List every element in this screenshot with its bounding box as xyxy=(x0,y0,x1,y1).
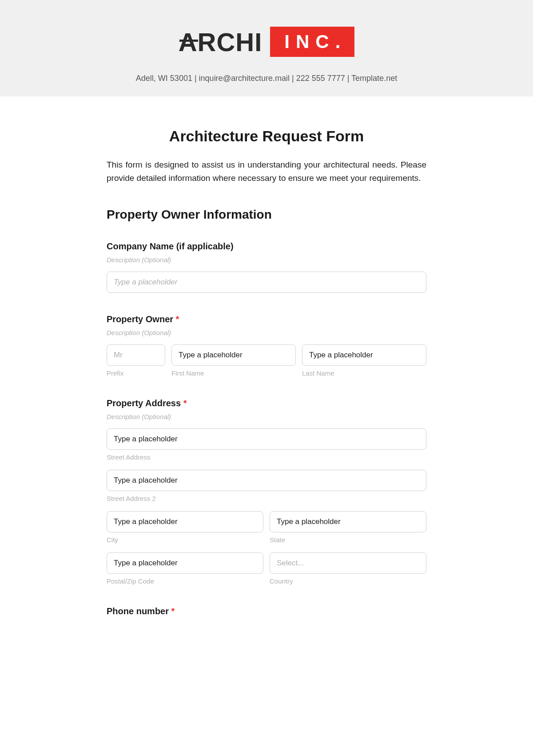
required-mark: * xyxy=(183,398,187,408)
owner-first-input[interactable] xyxy=(171,344,296,366)
street-input[interactable] xyxy=(107,428,426,450)
owner-prefix-sub: Prefix xyxy=(107,369,165,377)
state-sub: State xyxy=(270,536,426,544)
logo-text-archi: ARCHI xyxy=(179,27,263,57)
address-description: Description (Optional) xyxy=(107,413,426,420)
logo: ARCHI INC. xyxy=(179,27,355,57)
street2-input[interactable] xyxy=(107,470,426,491)
city-sub: City xyxy=(107,536,263,544)
owner-description: Description (Optional) xyxy=(107,329,426,336)
required-mark: * xyxy=(176,314,179,324)
page-title: Architecture Request Form xyxy=(107,128,426,145)
field-phone: Phone number * xyxy=(107,606,426,616)
street-sub: Street Address xyxy=(107,453,426,461)
phone-label-text: Phone number xyxy=(107,606,171,616)
phone-label: Phone number * xyxy=(107,606,426,616)
postal-input[interactable] xyxy=(107,552,263,574)
header-section: ARCHI INC. Adell, WI 53001 | inquire@arc… xyxy=(0,0,533,96)
owner-label: Property Owner * xyxy=(107,314,426,324)
field-owner: Property Owner * Description (Optional) … xyxy=(107,314,426,377)
state-input[interactable] xyxy=(270,511,426,532)
street2-sub: Street Address 2 xyxy=(107,495,426,502)
country-sub: Country xyxy=(270,577,426,585)
field-address: Property Address * Description (Optional… xyxy=(107,398,426,585)
company-label: Company Name (if applicable) xyxy=(107,241,426,252)
company-input[interactable] xyxy=(107,272,426,293)
address-label-text: Property Address xyxy=(107,398,183,408)
field-company: Company Name (if applicable) Description… xyxy=(107,241,426,293)
country-select[interactable] xyxy=(270,552,426,574)
owner-last-sub: Last Name xyxy=(302,369,426,377)
section-owner-title: Property Owner Information xyxy=(107,208,426,222)
company-description: Description (Optional) xyxy=(107,256,426,264)
postal-sub: Postal/Zip Code xyxy=(107,577,263,585)
owner-label-text: Property Owner xyxy=(107,314,176,324)
form-content: Architecture Request Form This form is d… xyxy=(62,96,471,656)
form-intro: This form is designed to assist us in un… xyxy=(107,158,426,185)
owner-first-sub: First Name xyxy=(171,369,296,377)
logo-text-inc: INC. xyxy=(270,27,354,57)
address-label: Property Address * xyxy=(107,398,426,408)
city-input[interactable] xyxy=(107,511,263,532)
owner-prefix-input[interactable] xyxy=(107,344,165,366)
header-contact: Adell, WI 53001 | inquire@architecture.m… xyxy=(9,74,524,83)
required-mark: * xyxy=(171,606,175,616)
owner-last-input[interactable] xyxy=(302,344,426,366)
